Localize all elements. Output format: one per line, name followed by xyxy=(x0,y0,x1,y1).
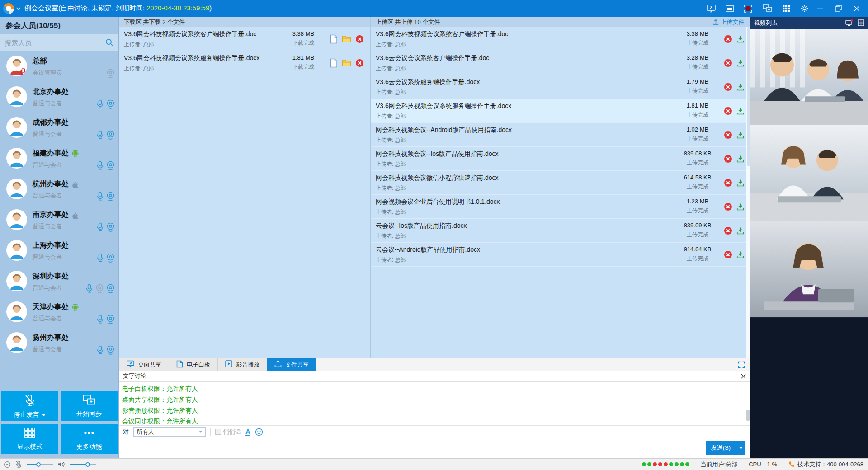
participant-row[interactable]: 总部 会议管理员 xyxy=(0,51,118,82)
remove-icon[interactable] xyxy=(724,107,732,115)
record-icon[interactable] xyxy=(744,4,753,13)
participant-row[interactable]: 北京办事处 普通与会者 xyxy=(0,82,118,113)
file-row[interactable]: 网会科技视频会议--Ios版产品使用指南.docx 上传者: 总部 839.08… xyxy=(371,147,750,171)
font-button[interactable]: A xyxy=(245,428,250,436)
webcam-icon[interactable] xyxy=(95,284,104,293)
search-input[interactable] xyxy=(5,39,105,47)
open-folder-icon[interactable] xyxy=(342,35,351,43)
mic-icon[interactable] xyxy=(96,130,104,140)
app-logo-icon[interactable] xyxy=(3,3,14,14)
remove-icon[interactable] xyxy=(724,83,732,91)
remove-icon[interactable] xyxy=(724,179,732,187)
webcam-icon[interactable] xyxy=(106,222,115,232)
participant-row[interactable]: 深圳办事处 普通与会者 xyxy=(0,266,118,297)
tab-desktop-share[interactable]: 桌面共享 xyxy=(119,358,169,371)
mic-volume-slider[interactable] xyxy=(27,462,53,467)
button-mic-off[interactable]: 停止发言 xyxy=(1,391,58,421)
upload-scrollbar[interactable] xyxy=(746,27,750,358)
remove-icon[interactable] xyxy=(724,250,732,259)
video-thumbnail[interactable] xyxy=(750,221,868,318)
webcam-icon[interactable] xyxy=(106,99,115,109)
button-display-grid[interactable]: 显示模式 xyxy=(1,424,58,454)
message-compose-area[interactable]: 发送(S) xyxy=(119,438,750,457)
webcam-icon[interactable] xyxy=(106,345,115,355)
file-row[interactable]: V3.6网会科技视频会议系统服务端操作手册.docx 上传者: 总部 1.81 … xyxy=(119,51,370,75)
download-icon[interactable] xyxy=(736,131,744,139)
maximize-button[interactable] xyxy=(835,5,842,12)
remove-icon[interactable] xyxy=(724,155,732,163)
participant-row[interactable]: 成都办事处 普通与会者 xyxy=(0,113,118,143)
download-icon[interactable] xyxy=(736,155,744,163)
speaker-icon[interactable] xyxy=(57,461,65,468)
emoji-icon[interactable] xyxy=(255,428,263,436)
download-icon[interactable] xyxy=(736,227,744,235)
video-settings-icon[interactable] xyxy=(845,19,853,26)
participant-row[interactable]: 上海办事处 普通与会者 xyxy=(0,235,118,266)
download-icon[interactable] xyxy=(736,107,744,115)
send-button[interactable]: 发送(S) xyxy=(706,441,745,455)
participant-row[interactable]: 扬州办事处 普通与会者 xyxy=(0,328,118,358)
download-icon[interactable] xyxy=(736,251,744,258)
search-icon[interactable] xyxy=(105,38,114,47)
target-icon[interactable] xyxy=(4,461,11,468)
file-row[interactable]: 网会科技视频会议--Android版产品使用指南.docx 上传者: 总部 1.… xyxy=(371,123,750,147)
mic-icon[interactable] xyxy=(85,284,93,293)
whisper-checkbox[interactable]: 悄悄话 xyxy=(215,428,241,436)
participant-row[interactable]: 杭州办事处 普通与会者 xyxy=(0,174,118,205)
download-icon[interactable] xyxy=(736,203,744,211)
file-row[interactable]: V3.6云会议系统服务端操作手册.docx 上传者: 总部 1.79 MB 上传… xyxy=(371,75,750,99)
download-icon[interactable] xyxy=(736,35,744,43)
remove-icon[interactable] xyxy=(355,59,364,67)
file-row[interactable]: V3.6云会议会议系统客户端操作手册.doc 上传者: 总部 3.28 MB 上… xyxy=(371,51,750,75)
participant-row[interactable]: 南京办事处 普通与会者 xyxy=(0,205,118,235)
layout-grid-icon[interactable] xyxy=(858,19,864,26)
button-more-dots[interactable]: 更多功能 xyxy=(61,424,118,454)
chat-scrollbar[interactable] xyxy=(746,410,750,421)
mic-muted-icon[interactable] xyxy=(15,461,22,469)
tab-file-share[interactable]: 文件共享 xyxy=(267,358,316,371)
participant-row[interactable]: 福建办事处 普通与会者 xyxy=(0,143,118,174)
file-row[interactable]: 网会视频会议企业后台使用说明书1.0.1.docx 上传者: 总部 1.23 M… xyxy=(371,195,750,219)
upload-file-button[interactable]: 上传文件 xyxy=(713,18,744,26)
download-icon[interactable] xyxy=(736,179,744,187)
video-thumbnail[interactable] xyxy=(750,125,868,221)
remove-icon[interactable] xyxy=(355,35,364,43)
grid-icon[interactable] xyxy=(782,5,790,13)
mic-icon[interactable] xyxy=(96,315,104,324)
remove-icon[interactable] xyxy=(724,202,732,211)
remove-icon[interactable] xyxy=(724,131,732,139)
mic-icon[interactable] xyxy=(96,345,104,355)
button-sync-screens[interactable]: 开始同步 xyxy=(61,391,118,421)
file-row[interactable]: V3.6网会科技视频会议系统客户端操作手册.doc 上传者: 总部 3.38 M… xyxy=(119,27,370,51)
file-row[interactable]: 云会议--Ios版产品使用指南.docx 上传者: 总部 839.09 KB 上… xyxy=(371,219,750,243)
file-row[interactable]: V3.6网会科技视频会议系统客户端操作手册.doc 上传者: 总部 3.38 M… xyxy=(371,27,750,51)
mic-icon[interactable] xyxy=(96,253,104,263)
webcam-icon[interactable] xyxy=(106,192,115,201)
settings-icon[interactable] xyxy=(800,4,809,13)
webcam-icon[interactable] xyxy=(106,69,115,78)
close-button[interactable] xyxy=(854,5,860,12)
recipient-select[interactable]: 所有人 xyxy=(133,427,206,437)
tab-whiteboard[interactable]: 电子白板 xyxy=(169,358,218,371)
webcam-icon[interactable] xyxy=(106,284,115,293)
webcam-icon[interactable] xyxy=(106,130,115,140)
mic-icon[interactable] xyxy=(96,161,104,170)
webcam-icon[interactable] xyxy=(106,161,115,170)
remove-icon[interactable] xyxy=(724,59,732,67)
minimize-button[interactable] xyxy=(817,5,823,12)
mic-icon[interactable] xyxy=(96,192,104,201)
window-mode-icon[interactable] xyxy=(726,5,734,12)
screen-share-icon[interactable] xyxy=(707,5,716,13)
expand-icon[interactable] xyxy=(738,361,745,368)
participant-row[interactable]: 天津办事处 普通与会者 xyxy=(0,297,118,328)
mic-icon[interactable] xyxy=(96,222,104,232)
download-icon[interactable] xyxy=(736,59,744,67)
webcam-icon[interactable] xyxy=(106,253,115,263)
speaker-volume-slider[interactable] xyxy=(70,462,96,467)
send-options-dropdown[interactable] xyxy=(736,441,745,455)
sync-screens-icon[interactable] xyxy=(763,4,772,13)
download-icon[interactable] xyxy=(736,83,744,91)
close-icon[interactable] xyxy=(741,374,746,379)
video-thumbnail[interactable] xyxy=(750,29,868,125)
mic-icon[interactable] xyxy=(96,99,104,109)
